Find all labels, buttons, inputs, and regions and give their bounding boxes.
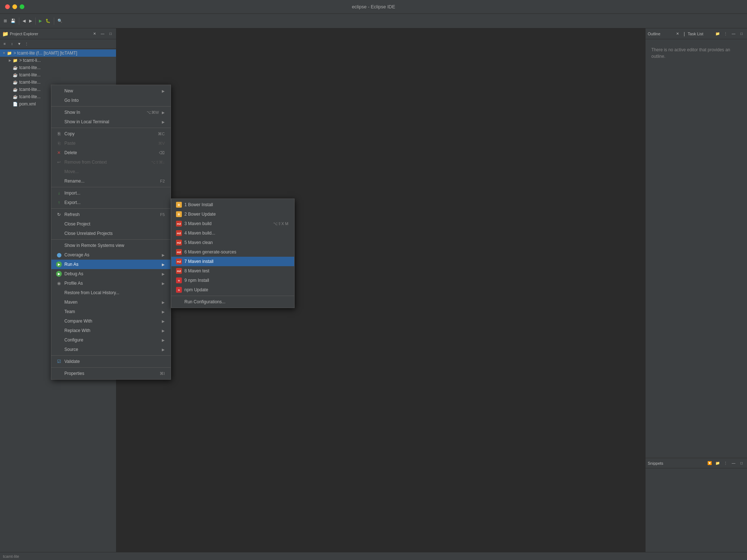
snippets-maximize[interactable]: □ <box>738 460 745 467</box>
submenu-maven-clean[interactable]: m2 5 Maven clean <box>171 238 294 247</box>
menu-item-import[interactable]: ↓ Import... <box>51 188 171 198</box>
project-explorer-close[interactable]: ✕ <box>91 31 98 37</box>
menu-item-coverage-as[interactable]: ⬤ Coverage As ▶ <box>51 250 171 260</box>
toolbar-search[interactable]: 🔍 <box>56 16 64 26</box>
menu-item-restore-local[interactable]: Restore from Local History... <box>51 288 171 297</box>
submenu-npm-install[interactable]: n 9 npm Install <box>171 276 294 285</box>
submenu-maven-generate[interactable]: m2 6 Maven generate-sources <box>171 247 294 257</box>
outline-header: Outline ✕ | Task List 📁 ⋮ — □ <box>646 28 747 39</box>
outline-toolbar-folder[interactable]: 📁 <box>714 31 721 37</box>
tree-icon-root: 📁 <box>7 50 12 56</box>
menu-item-profile-as[interactable]: ◉ Profile As ▶ <box>51 279 171 288</box>
maven-icon <box>56 299 62 305</box>
rename-icon <box>56 178 62 184</box>
snippets-filter[interactable]: 🔽 <box>706 460 713 467</box>
menu-item-export[interactable]: ↑ Export... <box>51 198 171 207</box>
maximize-button[interactable] <box>20 4 24 9</box>
snippets-folder[interactable]: 📁 <box>714 460 721 467</box>
menu-item-close-project[interactable]: Close Project <box>51 219 171 229</box>
task-list-title: Task List <box>688 32 713 36</box>
menu-item-debug-as[interactable]: ▶ Debug As ▶ <box>51 269 171 279</box>
window-controls <box>5 4 24 9</box>
submenu-npm-update[interactable]: n npm Update <box>171 285 294 295</box>
submenu-maven-test[interactable]: m2 8 Maven test <box>171 266 294 276</box>
pe-toolbar-btn1[interactable]: ≡ <box>1 41 8 47</box>
main-toolbar: ⊞ 💾 ◀ ▶ ▶ 🐛 🔍 <box>0 14 747 28</box>
menu-item-configure[interactable]: Configure ▶ <box>51 335 171 345</box>
pe-toolbar-btn4[interactable]: ⋮ <box>23 41 30 47</box>
submenu-bower-install[interactable]: B 1 Bower Install <box>171 200 294 209</box>
menu-item-run-as[interactable]: ▶ Run As ▶ <box>51 260 171 269</box>
submenu-maven-install[interactable]: m2 7 Maven install <box>171 257 294 266</box>
toolbar-debug[interactable]: 🐛 <box>44 16 52 26</box>
menu-item-rename[interactable]: Rename... F2 <box>51 176 171 186</box>
snippets-more[interactable]: ⋮ <box>722 460 729 467</box>
menu-item-team[interactable]: Team ▶ <box>51 307 171 316</box>
project-explorer-maximize[interactable]: □ <box>107 31 114 37</box>
new-arrow-icon: ▶ <box>162 89 165 93</box>
debug-as-arrow-icon: ▶ <box>162 272 165 276</box>
tree-label-5: tcamt-lite... <box>19 94 41 99</box>
tree-item-0[interactable]: ▶ 📁 > tcamt-li... <box>0 57 116 64</box>
show-in-icon <box>56 109 62 116</box>
menu-item-source[interactable]: Source ▶ <box>51 345 171 354</box>
menu-item-delete[interactable]: ✕ Delete ⌫ <box>51 148 171 157</box>
tree-item-1[interactable]: ☕ tcamt-lite... <box>0 64 116 71</box>
toolbar-run[interactable]: ▶ <box>37 16 43 26</box>
submenu-maven-build[interactable]: m2 3 Maven build ⌥⇧X M <box>171 219 294 228</box>
export-icon: ↑ <box>56 199 62 206</box>
team-arrow-icon: ▶ <box>162 310 165 314</box>
minimize-button[interactable] <box>12 4 17 9</box>
toolbar-new[interactable]: ⊞ <box>2 16 8 26</box>
properties-icon <box>56 370 62 377</box>
toolbar-back[interactable]: ◀ <box>21 16 27 26</box>
tree-arrow-root: ▼ <box>1 51 7 55</box>
outline-close[interactable]: ✕ <box>674 31 681 37</box>
toolbar-save[interactable]: 💾 <box>9 16 17 26</box>
coverage-icon: ⬤ <box>56 252 62 258</box>
menu-item-show-in[interactable]: Show In ⌥⌘W ▶ <box>51 108 171 117</box>
menu-item-properties[interactable]: Properties ⌘I <box>51 369 171 378</box>
tree-item-2[interactable]: ☕ tcamt-lite... <box>0 71 116 79</box>
menu-item-close-unrelated[interactable]: Close Unrelated Projects <box>51 229 171 238</box>
submenu-run-configs[interactable]: Run Configurations... <box>171 297 294 307</box>
menu-sep6 <box>51 355 171 356</box>
menu-item-go-into[interactable]: Go Into <box>51 96 171 105</box>
toolbar-forward[interactable]: ▶ <box>28 16 33 26</box>
toolbar-sep3 <box>54 17 54 25</box>
submenu-sep <box>171 296 294 296</box>
project-explorer-minimize[interactable]: — <box>99 31 106 37</box>
pe-toolbar-btn2[interactable]: ↕ <box>9 41 15 47</box>
menu-item-copy[interactable]: ⎘ Copy ⌘C <box>51 129 171 139</box>
restore-local-icon <box>56 289 62 296</box>
outline-minimize[interactable]: — <box>730 31 737 37</box>
menu-item-show-local-terminal[interactable]: Show in Local Terminal ▶ <box>51 117 171 127</box>
submenu-maven-build2[interactable]: m2 4 Maven build... <box>171 228 294 238</box>
snippets-minimize[interactable]: — <box>730 460 737 467</box>
status-bar-text: tcamt-lite <box>3 554 19 559</box>
outline-maximize[interactable]: □ <box>738 31 745 37</box>
menu-item-show-remote[interactable]: Show in Remote Systems view <box>51 241 171 250</box>
tree-icon-pom: 📄 <box>12 101 18 107</box>
outline-toolbar-more[interactable]: ⋮ <box>722 31 729 37</box>
menu-item-paste[interactable]: ⎗ Paste ⌘V <box>51 139 171 148</box>
menu-item-refresh[interactable]: ↻ Refresh F5 <box>51 210 171 219</box>
go-into-icon <box>56 97 62 104</box>
import-icon: ↓ <box>56 190 62 196</box>
menu-item-replace-with[interactable]: Replace With ▶ <box>51 326 171 335</box>
submenu-bower-update[interactable]: B 2 Bower Update <box>171 209 294 219</box>
pe-toolbar-btn3[interactable]: ▼ <box>16 41 23 47</box>
menu-item-move[interactable]: Move... <box>51 167 171 176</box>
close-button[interactable] <box>5 4 10 9</box>
maven-install-icon: m2 <box>176 258 182 265</box>
tree-item-root[interactable]: ▼ 📁 > tcamt-lite (f... [tcAMT] [tcTAMT] <box>0 49 116 57</box>
menu-item-compare-with[interactable]: Compare With ▶ <box>51 316 171 326</box>
menu-item-maven[interactable]: Maven ▶ <box>51 297 171 307</box>
maven-test-icon: m2 <box>176 268 182 274</box>
outline-panel: Outline ✕ | Task List 📁 ⋮ — □ There is n… <box>646 28 747 458</box>
tree-icon-0: 📁 <box>12 57 18 63</box>
menu-item-remove-context[interactable]: ↩ Remove from Context ⌥⇧⌘↓ <box>51 157 171 167</box>
menu-item-validate[interactable]: ☑ Validate <box>51 357 171 366</box>
source-icon <box>56 346 62 353</box>
menu-item-new[interactable]: New ▶ <box>51 86 171 96</box>
